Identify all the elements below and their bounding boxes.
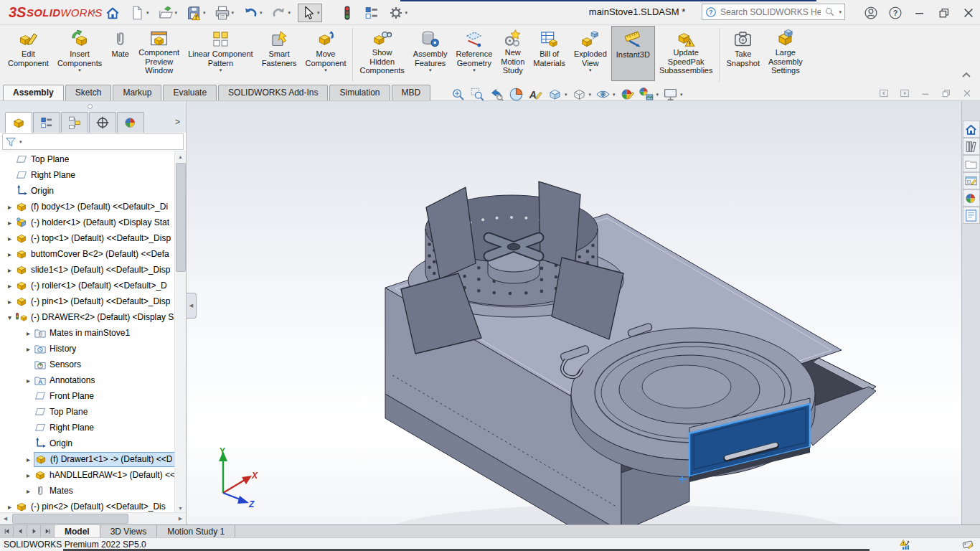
- display-style-button[interactable]: ▾: [572, 87, 592, 102]
- expand-arrow[interactable]: ▸: [4, 235, 15, 242]
- view-palette-button[interactable]: [963, 172, 980, 189]
- take-snapshot-button[interactable]: Take Snapshot: [722, 26, 763, 81]
- last-tab-button[interactable]: [41, 525, 55, 537]
- expand-arrow[interactable]: ▸: [4, 250, 15, 258]
- performance-status-icon[interactable]: [898, 538, 911, 551]
- tree-item-sensors[interactable]: Sensors: [0, 357, 175, 372]
- tree-item-mates-in-mainstove1[interactable]: ▸Mates in mainStove1: [0, 325, 175, 341]
- hide-show-items-button[interactable]: ▾: [595, 87, 616, 102]
- expand-arrow[interactable]: ▸: [23, 471, 34, 479]
- linear-component-pattern-button[interactable]: Linear Component Pattern▾: [184, 26, 258, 81]
- section-view-button[interactable]: [509, 87, 524, 102]
- expand-arrow[interactable]: ▸: [4, 503, 15, 511]
- tree-horizontal-scrollbar[interactable]: ◀ ▶: [0, 512, 186, 524]
- expand-arrow[interactable]: ▸: [4, 266, 15, 274]
- expand-arrow[interactable]: ▸: [23, 456, 34, 463]
- featuremanager-tree-tab[interactable]: [5, 112, 32, 133]
- panel-splitter-tab[interactable]: ◀: [187, 293, 197, 319]
- tree-item-holder-1-default-display-sta[interactable]: ▸(-) holder<1> (Default) <Display Stat: [0, 215, 175, 230]
- assembly-features-button[interactable]: Assembly Features▾: [409, 26, 452, 81]
- expand-arrow[interactable]: ▸: [4, 203, 15, 211]
- restore-button[interactable]: [934, 3, 954, 23]
- expand-arrow[interactable]: ▸: [23, 329, 34, 337]
- mate-button[interactable]: Mate: [106, 26, 134, 81]
- horizontal-scroll-thumb[interactable]: [12, 514, 128, 524]
- property-manager-tab[interactable]: [33, 112, 60, 133]
- move-component-button[interactable]: Move Component▾: [301, 26, 351, 81]
- doc-close-button[interactable]: [961, 88, 973, 99]
- tree-vertical-scrollbar[interactable]: ▲ ▼: [174, 151, 186, 513]
- dropdown-caret[interactable]: ▾: [565, 92, 567, 97]
- edit-appearance-button[interactable]: [620, 87, 635, 102]
- tab-mbd[interactable]: MBD: [392, 85, 431, 100]
- tree-item-origin[interactable]: Origin: [0, 183, 175, 199]
- help-button[interactable]: ?: [885, 3, 905, 23]
- tree-item-roller-1-default-default-d[interactable]: ▸(-) roller<1> (Default) <<Default>_D: [0, 278, 175, 293]
- 3d-views-tab[interactable]: 3D Views: [100, 525, 157, 537]
- dropdown-caret[interactable]: ▾: [288, 10, 291, 15]
- tree-item-slide1-1-default-default-dis[interactable]: ▸slide1<1> (Default) <<Default>_Disp: [0, 262, 175, 278]
- display-manager-tab[interactable]: [117, 112, 144, 133]
- zoom-to-fit-button[interactable]: [451, 87, 466, 102]
- reference-geometry-button[interactable]: Reference Geometry▾: [452, 26, 497, 81]
- rebuild-button[interactable]: [338, 4, 357, 22]
- previous-tab-button[interactable]: [14, 525, 27, 537]
- new-motion-study-button[interactable]: New Motion Study: [496, 26, 529, 81]
- dropdown-caret[interactable]: ▾: [175, 10, 178, 15]
- dropdown-caret[interactable]: ▾: [589, 92, 592, 97]
- expand-arrow[interactable]: ▸: [4, 282, 15, 290]
- collapse-arrow[interactable]: ▾: [4, 314, 15, 321]
- tree-item-right-plane[interactable]: Right Plane: [0, 420, 175, 435]
- view-orientation-button[interactable]: ▾: [547, 87, 567, 102]
- show-hidden-components-button[interactable]: Show Hidden Components: [355, 26, 408, 81]
- edit-component-button[interactable]: Edit Component: [4, 26, 53, 81]
- select-tool-button[interactable]: ▾: [298, 4, 322, 22]
- tree-item-history[interactable]: ▸History: [0, 341, 175, 357]
- new-document-button[interactable]: ▾: [128, 4, 151, 22]
- redo-button[interactable]: ▾: [270, 4, 293, 22]
- file-properties-button[interactable]: [362, 4, 381, 22]
- scroll-down-arrow[interactable]: ▼: [175, 503, 186, 513]
- scroll-left-arrow[interactable]: ◀: [0, 513, 11, 524]
- dimxpert-manager-tab[interactable]: [89, 112, 116, 133]
- scroll-right-arrow[interactable]: ▶: [175, 513, 186, 524]
- custom-properties-button[interactable]: [963, 207, 980, 224]
- print-button[interactable]: ▾: [213, 4, 236, 22]
- tree-item-pin-1-default-default-disp[interactable]: ▸(-) pin<1> (Default) <<Default>_Disp: [0, 293, 175, 309]
- next-tab-button[interactable]: [27, 525, 41, 537]
- dropdown-caret[interactable]: ▾: [232, 10, 235, 15]
- apply-scene-button[interactable]: ▾: [639, 87, 659, 102]
- smart-fasteners-button[interactable]: Smart Fasteners: [258, 26, 301, 81]
- doc-restore-button[interactable]: [941, 88, 952, 99]
- dropdown-caret[interactable]: ▾: [656, 92, 659, 97]
- close-button[interactable]: [958, 3, 979, 23]
- tab-simulation[interactable]: Simulation: [329, 85, 390, 100]
- insert-components-button[interactable]: Insert Components▾: [53, 26, 106, 81]
- tree-item-handlledraw-1-default[interactable]: ▸hANDLLEdRAW<1> (Default) <<: [0, 467, 175, 483]
- configuration-manager-tab[interactable]: [61, 112, 88, 133]
- tab-sketch[interactable]: Sketch: [65, 85, 112, 100]
- menu-flyout-arrow[interactable]: [90, 8, 99, 19]
- search-dropdown-caret[interactable]: ▾: [839, 9, 842, 14]
- tree-item-f-body-1-default-default-di[interactable]: ▸(f) body<1> (Default) <<Default>_Di: [0, 199, 175, 215]
- dropdown-caret[interactable]: ▾: [203, 10, 206, 15]
- component-preview-window-button[interactable]: Component Preview Window: [134, 26, 184, 81]
- dropdown-caret[interactable]: ▾: [613, 92, 616, 97]
- dynamic-annotation-views-button[interactable]: A: [528, 87, 543, 102]
- tree-item-right-plane[interactable]: Right Plane: [0, 167, 175, 183]
- filter-dropdown-caret[interactable]: ▾: [19, 139, 22, 144]
- tree-item-f-drawer1-1-default-d[interactable]: ▸(f) Drawer1<1> -> (Default) <<D: [0, 451, 175, 467]
- bill-of-materials-button[interactable]: Bill of Materials: [529, 26, 570, 81]
- zoom-to-area-button[interactable]: [470, 87, 485, 102]
- help-search-box[interactable]: ? ▾: [702, 4, 845, 20]
- large-assembly-settings-button[interactable]: Large Assembly Settings: [764, 26, 807, 81]
- tab-markup[interactable]: Markup: [113, 85, 161, 100]
- minimize-button[interactable]: [910, 3, 930, 23]
- scroll-up-arrow[interactable]: ▲: [175, 151, 186, 161]
- exploded-view-button[interactable]: Exploded View▾: [570, 26, 611, 81]
- dropdown-caret[interactable]: ▾: [146, 10, 149, 15]
- expand-arrow[interactable]: ▸: [4, 219, 15, 227]
- dropdown-caret[interactable]: ▾: [317, 10, 320, 15]
- tree-item-mates[interactable]: ▸Mates: [0, 483, 175, 499]
- expand-arrow[interactable]: ▸: [23, 487, 34, 495]
